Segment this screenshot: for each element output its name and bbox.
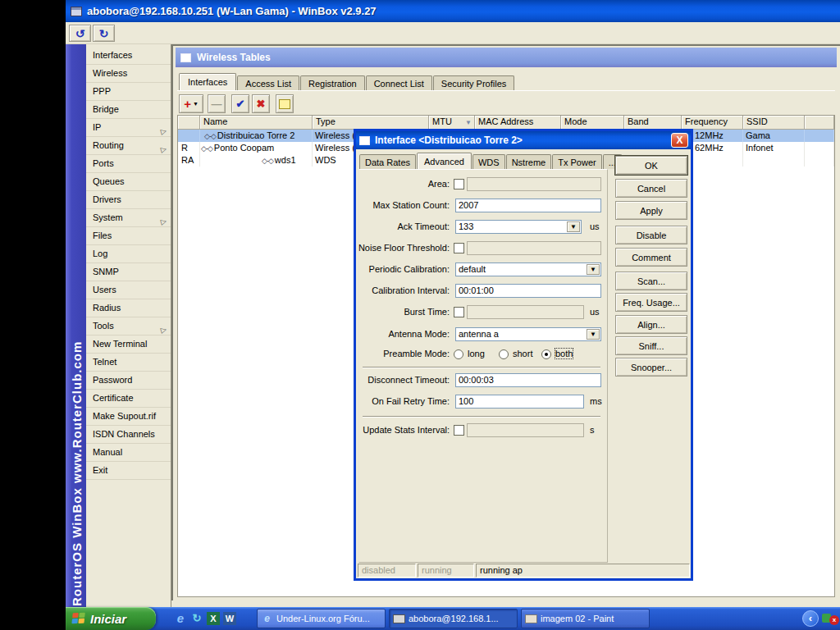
dialog-tab-advanced[interactable]: Advanced xyxy=(417,153,472,169)
taskbar-task-abobora-192-168-1[interactable]: abobora@192.168.1... xyxy=(389,609,518,628)
field-checkbox[interactable] xyxy=(454,307,464,317)
undo-button[interactable]: ↺ xyxy=(69,25,91,42)
sidebar-item-isdn-channels[interactable]: ISDN Channels xyxy=(86,426,171,444)
column-header-frequency[interactable]: Frequency xyxy=(682,116,743,130)
sidebar-item-certificate[interactable]: Certificate xyxy=(86,390,171,408)
align-button[interactable]: Align... xyxy=(615,315,687,334)
column-header-ssid[interactable]: SSID xyxy=(743,116,805,130)
sidebar-item-password[interactable]: Password xyxy=(86,372,171,390)
tab-interfaces[interactable]: Interfaces xyxy=(179,73,236,90)
disable-button[interactable]: Disable xyxy=(615,226,687,244)
sidebar-item-snmp[interactable]: SNMP xyxy=(86,263,171,281)
snooper-button[interactable]: Snooper... xyxy=(615,358,687,377)
internet-explorer-icon[interactable]: e xyxy=(174,612,187,625)
field-input[interactable]: 100 xyxy=(455,395,584,409)
cell-flags xyxy=(805,154,834,167)
field-checkbox[interactable] xyxy=(454,179,464,189)
sidebar-item-queues[interactable]: Queues xyxy=(86,173,171,191)
column-header-type[interactable]: Type xyxy=(313,116,429,130)
comment-button[interactable]: Comment xyxy=(615,248,687,267)
tab-access-list[interactable]: Access List xyxy=(237,75,299,90)
field-checkbox[interactable] xyxy=(454,243,464,253)
sidebar-item-files[interactable]: Files xyxy=(86,227,171,245)
sidebar-item-ports[interactable]: Ports xyxy=(86,155,171,173)
sidebar-item-drivers[interactable]: Drivers xyxy=(86,191,171,209)
excel-icon[interactable]: X xyxy=(207,612,220,625)
disable-button[interactable]: ✖ xyxy=(252,94,270,113)
taskbar-task-imagem-02-paint[interactable]: imagem 02 - Paint xyxy=(521,609,650,628)
sidebar-item-new-terminal[interactable]: New Terminal xyxy=(86,336,171,354)
sidebar-item-ip[interactable]: IP▷ xyxy=(86,119,171,137)
column-header-mode[interactable]: Mode xyxy=(561,116,624,130)
column-header-mac-address[interactable]: MAC Address xyxy=(475,116,561,130)
cancel-button[interactable]: Cancel xyxy=(615,179,687,198)
enable-button[interactable]: ✔ xyxy=(231,94,249,113)
dialog-tab-data-rates[interactable]: Data Rates xyxy=(359,154,416,169)
sidebar-item-bridge[interactable]: Bridge xyxy=(86,101,171,119)
column-header-name[interactable]: Name xyxy=(200,116,313,130)
field-input[interactable]: 2007 xyxy=(455,199,601,212)
radio-long[interactable] xyxy=(454,349,463,359)
field-select[interactable]: default▼ xyxy=(455,262,601,276)
taskbar-task-under-linux-org-f-ru[interactable]: eUnder-Linux.org Fóru... xyxy=(257,609,386,628)
close-icon: X xyxy=(676,135,682,145)
dialog-tab-wds[interactable]: WDS xyxy=(472,154,505,169)
sidebar-item-interfaces[interactable]: Interfaces xyxy=(86,47,171,65)
comment-button[interactable] xyxy=(276,94,294,113)
field-select[interactable]: antenna a▼ xyxy=(455,327,601,341)
sniff-button[interactable]: Sniff... xyxy=(615,336,687,355)
freq-usage-button[interactable]: Freq. Usage... xyxy=(615,293,687,312)
sidebar-item-tools[interactable]: Tools▷ xyxy=(86,317,171,336)
field-input-disabled[interactable] xyxy=(467,305,584,319)
field-input[interactable]: 00:00:03 xyxy=(455,373,601,387)
sidebar-item-make-supout-rif[interactable]: Make Supout.rif xyxy=(86,408,171,426)
sidebar-item-exit[interactable]: Exit xyxy=(86,462,171,480)
interface-dialog: Interface <Distribuicao Torre 2> X Data … xyxy=(354,129,693,581)
field-input[interactable]: 00:01:00 xyxy=(455,284,601,298)
scan-button[interactable]: Scan... xyxy=(615,272,687,290)
combo-arrow-icon[interactable]: ▼ xyxy=(587,264,600,275)
comment-icon xyxy=(279,99,290,109)
field-checkbox[interactable] xyxy=(454,425,464,436)
sidebar-item-telnet[interactable]: Telnet xyxy=(86,354,171,372)
ok-button[interactable]: OK xyxy=(615,156,687,175)
field-unit: s xyxy=(590,425,595,435)
column-header-mtu[interactable]: MTU▼ xyxy=(429,116,475,130)
field-combo[interactable]: 133▼ xyxy=(455,220,582,234)
sidebar-item-radius[interactable]: Radius xyxy=(86,299,171,317)
sidebar-item-label: Users xyxy=(93,285,116,294)
column-header-band[interactable]: Band xyxy=(624,116,682,130)
add-button[interactable]: + ▼ xyxy=(179,94,203,113)
sidebar-item-manual[interactable]: Manual xyxy=(86,444,171,462)
field-input-disabled[interactable] xyxy=(467,423,584,437)
apply-button[interactable]: Apply xyxy=(615,201,687,220)
remove-button[interactable]: — xyxy=(208,94,226,113)
tab-registration[interactable]: Registration xyxy=(300,75,365,90)
sidebar-item-users[interactable]: Users xyxy=(86,281,171,299)
combo-arrow-icon[interactable]: ▼ xyxy=(587,329,600,340)
tray-collapse-button[interactable]: ‹ xyxy=(802,610,819,627)
redo-button[interactable]: ↻ xyxy=(93,25,115,42)
radio-both[interactable] xyxy=(541,349,551,359)
radio-short[interactable] xyxy=(499,349,509,359)
sidebar-item-routing[interactable]: Routing▷ xyxy=(86,137,171,155)
sidebar-item-log[interactable]: Log xyxy=(86,245,171,263)
dialog-tab-tx-power[interactable]: Tx Power xyxy=(552,154,601,169)
tab-security-profiles[interactable]: Security Profiles xyxy=(433,75,514,90)
field-label: Periodic Calibration: xyxy=(343,264,450,274)
combo-arrow-icon[interactable]: ▼ xyxy=(567,221,580,232)
field-input-disabled[interactable] xyxy=(467,241,601,255)
sidebar-item-wireless[interactable]: Wireless xyxy=(86,65,171,83)
start-button[interactable]: Iniciar xyxy=(66,607,156,630)
tray-disconnected-icon[interactable]: x xyxy=(829,615,839,625)
column-header-flags[interactable] xyxy=(178,116,200,130)
dialog-close-button[interactable]: X xyxy=(671,133,688,148)
field-input-disabled[interactable] xyxy=(467,177,601,191)
field-label: Calibration Interval: xyxy=(343,285,450,295)
dialog-tab-nstreme[interactable]: Nstreme xyxy=(506,154,552,169)
tab-connect-list[interactable]: Connect List xyxy=(366,75,432,90)
sidebar-item-system[interactable]: System▷ xyxy=(86,209,171,227)
word-icon[interactable]: W xyxy=(223,612,236,625)
sidebar-item-ppp[interactable]: PPP xyxy=(86,83,171,101)
outlook-express-icon[interactable]: ↻ xyxy=(190,612,203,625)
